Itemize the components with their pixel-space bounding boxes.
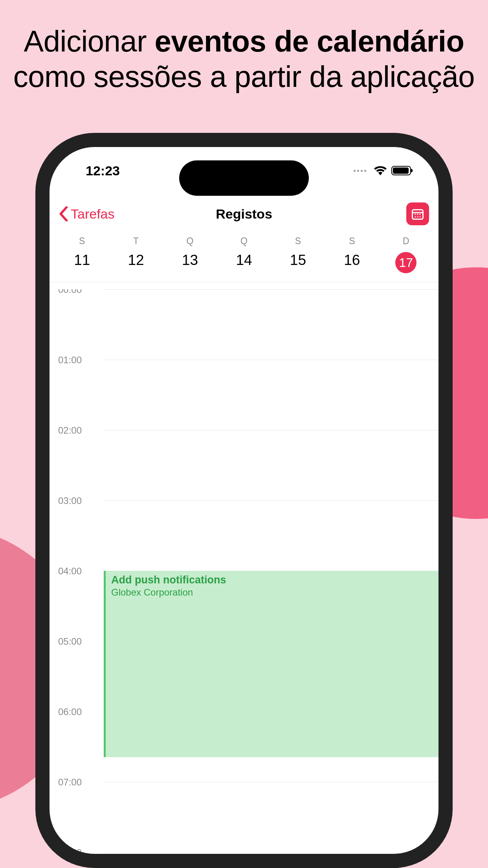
hour-line <box>104 852 438 853</box>
marketing-headline: Adicionar eventos de calendário como ses… <box>0 24 488 94</box>
day-label: S <box>79 236 85 246</box>
nav-bar: Tarefas Registos <box>50 198 438 230</box>
page-title: Registos <box>216 206 272 222</box>
day-col[interactable]: T12 <box>109 236 163 273</box>
day-col[interactable]: Q14 <box>217 236 271 273</box>
day-label: D <box>403 236 409 246</box>
calendar-icon <box>411 207 425 221</box>
day-col[interactable]: S11 <box>55 236 109 273</box>
chevron-left-icon <box>59 206 68 221</box>
hour-row: 08:00 <box>50 852 438 854</box>
phone-frame: 12:23 Tarefas Registos S11T12Q13Q14S15 <box>35 133 453 868</box>
wifi-icon <box>374 166 387 175</box>
calendar-event[interactable]: Add push notificationsGlobex Corporation <box>104 571 438 757</box>
hour-label: 05:00 <box>58 636 82 647</box>
day-number: 12 <box>128 252 144 268</box>
hour-label: 08:00 <box>58 847 82 854</box>
hour-line <box>104 289 438 290</box>
timeline[interactable]: 00:0001:0002:0003:0004:0005:0006:0007:00… <box>50 289 438 854</box>
headline-post: como sessões a partir da aplicação <box>13 60 475 93</box>
hour-line <box>104 782 438 782</box>
hour-row: 01:00 <box>50 360 438 430</box>
event-subtitle: Globex Corporation <box>111 587 433 598</box>
back-button[interactable]: Tarefas <box>59 206 115 222</box>
day-number: 15 <box>290 252 306 268</box>
day-number: 16 <box>344 252 360 268</box>
day-number: 11 <box>74 252 90 268</box>
cellular-dots-icon <box>354 170 366 172</box>
calendar-button[interactable] <box>406 202 429 225</box>
hour-label: 06:00 <box>58 706 82 717</box>
hour-line <box>104 430 438 430</box>
hour-line <box>104 360 438 360</box>
phone-screen: 12:23 Tarefas Registos S11T12Q13Q14S15 <box>50 147 438 854</box>
hour-line <box>104 500 438 501</box>
day-label: S <box>295 236 301 246</box>
day-label: S <box>349 236 355 246</box>
day-label: Q <box>240 236 248 246</box>
day-col[interactable]: D17 <box>379 236 433 273</box>
headline-bold: eventos de calendário <box>155 24 464 58</box>
hour-label: 01:00 <box>58 355 82 366</box>
hour-label: 07:00 <box>58 777 82 788</box>
event-title: Add push notifications <box>111 574 433 586</box>
day-col[interactable]: Q13 <box>163 236 217 273</box>
day-col[interactable]: S16 <box>325 236 379 273</box>
hour-row: 03:00 <box>50 500 438 571</box>
week-selector: S11T12Q13Q14S15S16D17 <box>50 236 438 282</box>
hour-row: 07:00 <box>50 782 438 852</box>
hour-label: 03:00 <box>58 495 82 506</box>
day-label: Q <box>187 236 194 246</box>
status-time: 12:23 <box>73 163 120 178</box>
hour-row: 02:00 <box>50 430 438 500</box>
day-number: 17 <box>395 252 416 273</box>
day-number: 13 <box>182 252 198 268</box>
hour-label: 02:00 <box>58 425 82 436</box>
hour-row: 00:00 <box>50 289 438 360</box>
status-indicators <box>354 166 415 175</box>
hour-label: 00:00 <box>58 289 82 295</box>
day-label: T <box>133 236 139 246</box>
back-label: Tarefas <box>71 206 115 222</box>
notch <box>179 160 309 196</box>
headline-pre: Adicionar <box>24 24 155 58</box>
battery-icon <box>391 166 411 175</box>
day-col[interactable]: S15 <box>271 236 325 273</box>
day-number: 14 <box>236 252 252 268</box>
hour-label: 04:00 <box>58 566 82 577</box>
